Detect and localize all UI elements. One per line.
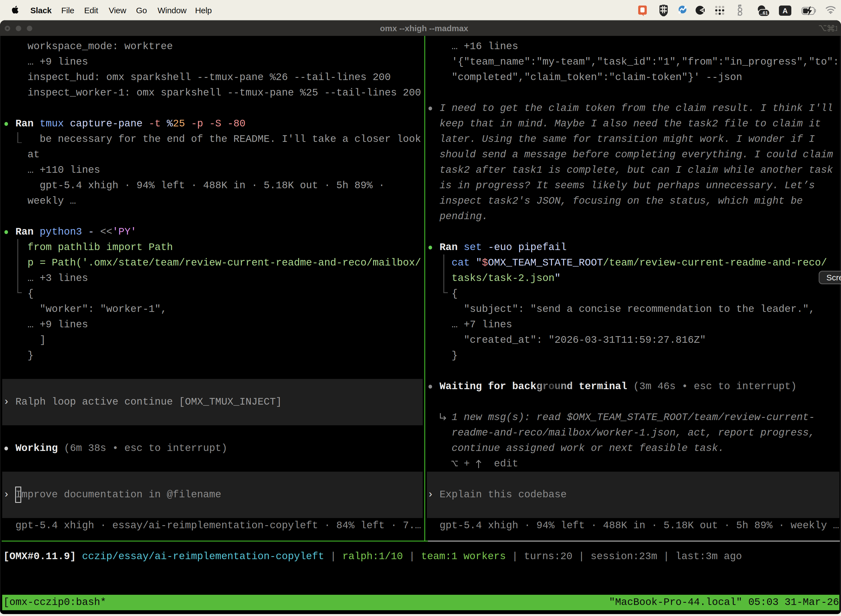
svg-text:A: A	[782, 7, 788, 15]
svg-text:1: 1	[835, 25, 837, 32]
svg-text:..61: ..61	[760, 10, 768, 16]
